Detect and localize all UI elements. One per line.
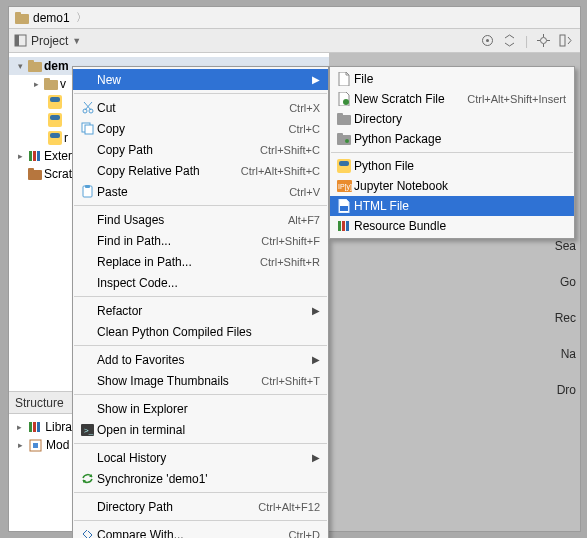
menu-item-compare-with[interactable]: Compare With...Ctrl+D: [73, 524, 328, 538]
structure-label: Libra: [45, 420, 72, 434]
menu-item-copy[interactable]: CopyCtrl+C: [73, 118, 328, 139]
folder-icon: [334, 113, 354, 125]
structure-item[interactable]: ▸ Mod: [9, 436, 72, 454]
svg-rect-17: [50, 97, 60, 102]
tree-label: r: [64, 131, 68, 145]
menu-item-clean-python[interactable]: Clean Python Compiled Files: [73, 321, 328, 342]
project-icon: [13, 34, 27, 48]
sync-icon: [77, 472, 97, 485]
svg-text:>_: >_: [84, 426, 94, 435]
menu-item-local-history[interactable]: Local History▶: [73, 447, 328, 468]
menu-item-directory-path[interactable]: Directory PathCtrl+Alt+F12: [73, 496, 328, 517]
resource-bundle-icon: [334, 219, 354, 233]
svg-text:IP[y]: IP[y]: [338, 183, 352, 191]
breadcrumb-bar: demo1 〉: [9, 7, 580, 29]
menu-separator: [74, 93, 327, 94]
submenu-item-file[interactable]: File: [330, 69, 574, 89]
structure-item[interactable]: ▸ Libra: [9, 418, 72, 436]
svg-point-6: [540, 38, 546, 44]
hide-icon[interactable]: [558, 34, 572, 48]
svg-rect-23: [33, 151, 36, 161]
svg-rect-26: [28, 168, 34, 172]
menu-item-copy-path[interactable]: Copy PathCtrl+Shift+C: [73, 139, 328, 160]
menu-separator: [74, 520, 327, 521]
menu-item-find-usages[interactable]: Find UsagesAlt+F7: [73, 209, 328, 230]
svg-rect-55: [346, 221, 349, 231]
peek-label: Sea: [555, 239, 576, 253]
svg-rect-46: [337, 133, 343, 137]
svg-rect-44: [337, 113, 343, 117]
expand-arrow-icon[interactable]: ▸: [15, 440, 25, 450]
svg-rect-3: [15, 35, 19, 46]
svg-rect-28: [33, 422, 36, 432]
submenu-item-scratch-file[interactable]: New Scratch FileCtrl+Alt+Shift+Insert: [330, 89, 574, 109]
menu-item-new[interactable]: New▶: [73, 69, 328, 90]
svg-rect-49: [339, 161, 349, 166]
menu-item-show-thumbnails[interactable]: Show Image ThumbnailsCtrl+Shift+T: [73, 370, 328, 391]
folder-icon: [27, 59, 42, 73]
folder-icon: [334, 133, 354, 145]
terminal-icon: >_: [77, 424, 97, 436]
expand-arrow-icon[interactable]: ▸: [15, 151, 25, 161]
svg-rect-31: [33, 443, 38, 448]
file-icon: [334, 72, 354, 86]
submenu-arrow-icon: ▶: [312, 74, 320, 85]
menu-item-open-in-terminal[interactable]: >_ Open in terminal: [73, 419, 328, 440]
folder-icon: [15, 12, 29, 24]
menu-item-replace-in-path[interactable]: Replace in Path...Ctrl+Shift+R: [73, 251, 328, 272]
scratch-icon: [27, 167, 42, 181]
svg-rect-52: [340, 206, 348, 211]
menu-item-add-to-favorites[interactable]: Add to Favorites▶: [73, 349, 328, 370]
menu-item-cut[interactable]: CutCtrl+X: [73, 97, 328, 118]
menu-item-synchronize[interactable]: Synchronize 'demo1': [73, 468, 328, 489]
submenu-item-python-file[interactable]: Python File: [330, 156, 574, 176]
toolbar-separator: |: [525, 34, 528, 48]
menu-item-copy-relative-path[interactable]: Copy Relative PathCtrl+Alt+Shift+C: [73, 160, 328, 181]
menu-item-inspect-code[interactable]: Inspect Code...: [73, 272, 328, 293]
menu-separator: [74, 296, 327, 297]
breadcrumb-item[interactable]: demo1: [33, 11, 70, 25]
peek-label: Na: [561, 347, 576, 361]
gear-icon[interactable]: [536, 34, 550, 48]
svg-rect-53: [338, 221, 341, 231]
menu-separator: [74, 345, 327, 346]
menu-item-show-in-explorer[interactable]: Show in Explorer: [73, 398, 328, 419]
expand-arrow-icon[interactable]: ▾: [15, 61, 25, 71]
paste-icon: [77, 185, 97, 198]
chevron-right-icon: 〉: [74, 10, 89, 25]
peek-label: Dro: [557, 383, 576, 397]
project-dropdown[interactable]: Project: [31, 34, 68, 48]
svg-point-47: [345, 139, 349, 143]
jupyter-icon: IP[y]: [334, 180, 354, 192]
context-menu: New▶ CutCtrl+X CopyCtrl+C Copy PathCtrl+…: [72, 66, 329, 538]
menu-separator: [74, 443, 327, 444]
menu-item-paste[interactable]: PasteCtrl+V: [73, 181, 328, 202]
svg-point-5: [486, 39, 489, 42]
svg-rect-27: [29, 422, 32, 432]
svg-rect-29: [37, 422, 40, 432]
menu-item-refactor[interactable]: Refactor▶: [73, 300, 328, 321]
target-icon[interactable]: [481, 34, 495, 48]
svg-rect-11: [560, 35, 565, 46]
svg-rect-1: [15, 12, 21, 16]
expand-arrow-icon[interactable]: ▸: [31, 79, 41, 89]
submenu-item-python-package[interactable]: Python Package: [330, 129, 574, 149]
tree-label: Scrat: [44, 167, 72, 181]
submenu-arrow-icon: ▶: [312, 354, 320, 365]
svg-rect-15: [44, 78, 50, 82]
submenu-arrow-icon: ▶: [312, 305, 320, 316]
submenu-item-jupyter[interactable]: IP[y] Jupyter Notebook: [330, 176, 574, 196]
submenu-item-html-file[interactable]: HTML File: [330, 196, 574, 216]
collapse-icon[interactable]: [503, 34, 517, 48]
project-toolbar: Project ▼ |: [9, 29, 580, 53]
expand-arrow-icon[interactable]: ▸: [15, 422, 25, 432]
compare-icon: [77, 528, 97, 538]
submenu-item-resource-bundle[interactable]: Resource Bundle: [330, 216, 574, 236]
svg-rect-39: [85, 185, 90, 188]
tree-label: dem: [44, 59, 69, 73]
menu-item-find-in-path[interactable]: Find in Path...Ctrl+Shift+F: [73, 230, 328, 251]
submenu-item-directory[interactable]: Directory: [330, 109, 574, 129]
menu-separator: [74, 394, 327, 395]
python-file-icon: [47, 131, 62, 145]
structure-title[interactable]: Structure: [9, 392, 72, 414]
